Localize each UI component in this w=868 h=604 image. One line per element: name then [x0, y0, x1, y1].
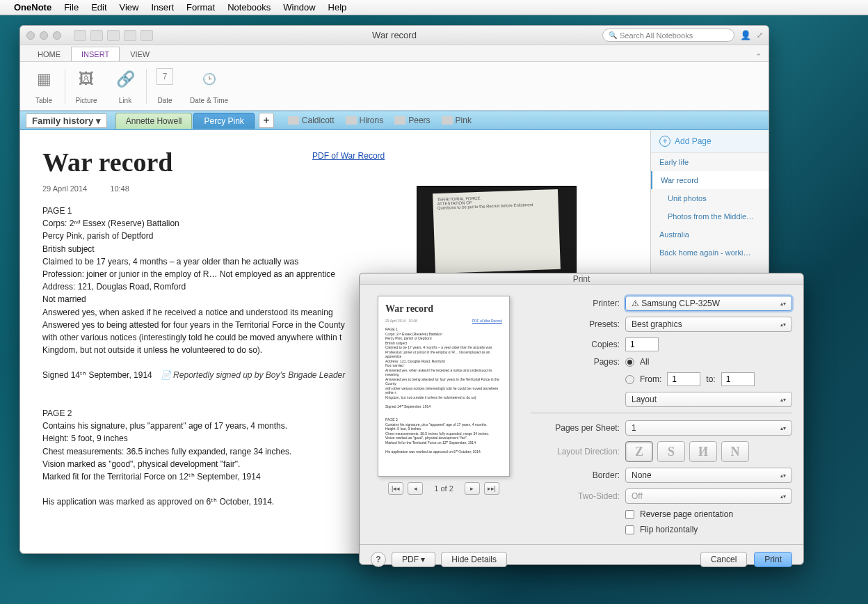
to-input[interactable] — [721, 372, 755, 386]
menu-window[interactable]: Window — [283, 2, 315, 13]
tab-home[interactable]: HOME — [27, 47, 71, 61]
two-sided-select[interactable]: Off▴▾ — [625, 488, 792, 504]
sidebar-page-item[interactable]: Unit photos — [651, 189, 769, 207]
help-button[interactable]: ? — [371, 552, 386, 567]
quick-peers[interactable]: Peers — [394, 116, 430, 125]
quick-caldicott[interactable]: Caldicott — [288, 116, 335, 125]
section-tab-annette[interactable]: Annette Howell — [115, 113, 193, 129]
layout-direction-buttons: Z S И N — [625, 441, 749, 462]
sidebar-page-item[interactable]: Photos from the Middle… — [651, 207, 769, 225]
menu-file[interactable]: File — [64, 2, 79, 13]
printer-select[interactable]: ⚠ Samsung CLP-325W▴▾ — [625, 296, 792, 311]
window-title: War record — [372, 30, 417, 40]
menu-view[interactable]: View — [120, 2, 139, 13]
first-page-button[interactable]: |◂◂ — [388, 482, 403, 495]
from-label: From: — [640, 374, 661, 384]
border-select[interactable]: None▴▾ — [625, 468, 792, 483]
print-menu-select[interactable]: Layout▴▾ — [625, 392, 792, 407]
cancel-button[interactable]: Cancel — [700, 552, 747, 567]
flip-checkbox[interactable] — [625, 525, 634, 534]
datetime-icon: 🕒 — [198, 68, 220, 90]
page-date: 29 April 2014 — [42, 184, 87, 193]
sidebar-page-item[interactable]: Australia — [651, 225, 769, 244]
collapse-ribbon-icon[interactable]: ⌃ — [755, 52, 762, 61]
sidebar-page-item[interactable]: Early life — [651, 153, 769, 171]
quick-access-toolbar[interactable] — [74, 30, 153, 41]
reverse-checkbox[interactable] — [625, 510, 634, 519]
pps-label: Pages per Sheet: — [531, 423, 620, 433]
share-icon[interactable]: 👤 — [740, 30, 751, 40]
layout-dir-1[interactable]: Z — [625, 441, 653, 462]
picture-icon: 🖼 — [75, 68, 97, 90]
traffic-lights[interactable] — [26, 31, 61, 40]
print-footer: ? PDF ▾ Hide Details Cancel Print — [360, 544, 803, 574]
flip-label: Flip horizontally — [640, 525, 698, 534]
section-tab-percy[interactable]: Percy Pink — [193, 113, 254, 129]
preview-page: War record 29 April 2014 10:48 PDF of Wa… — [378, 296, 510, 477]
printer-label: Printer: — [531, 299, 620, 308]
tab-insert[interactable]: INSERT — [71, 47, 120, 61]
add-page-button[interactable]: + Add Page — [651, 130, 769, 153]
add-section-button[interactable]: + — [259, 113, 274, 128]
tag-icon — [346, 116, 357, 125]
menu-insert[interactable]: Insert — [151, 2, 174, 13]
tag-icon — [394, 116, 405, 125]
page-indicator: 1 of 2 — [434, 484, 453, 493]
presets-select[interactable]: Best graphics▴▾ — [625, 317, 792, 332]
notebook-bar: Family history ▾ Annette Howell Percy Pi… — [20, 111, 769, 130]
print-button[interactable]: Print — [754, 552, 792, 567]
page-time: 10:48 — [110, 184, 129, 193]
tab-view[interactable]: VIEW — [120, 47, 160, 61]
table-icon: ▦ — [33, 68, 55, 90]
date-icon: 7 — [156, 68, 173, 85]
reverse-label: Reverse page orientation — [640, 509, 733, 519]
attached-image[interactable]: TERRITORIAL FORCE.ATTESTATION OFQuestion… — [417, 186, 577, 276]
window-titlebar: War record Search All Notebooks 👤 ⤢ — [20, 26, 769, 45]
quick-pink[interactable]: Pink — [442, 116, 472, 125]
fullscreen-icon[interactable]: ⤢ — [757, 31, 763, 40]
search-input[interactable]: Search All Notebooks — [602, 29, 734, 42]
prev-page-button[interactable]: ◂ — [408, 482, 423, 495]
menu-edit[interactable]: Edit — [91, 2, 106, 13]
pps-select[interactable]: 1▴▾ — [625, 420, 792, 436]
notebook-selector[interactable]: Family history ▾ — [26, 113, 107, 128]
print-options: Printer: ⚠ Samsung CLP-325W▴▾ Presets: B… — [531, 296, 792, 540]
pages-range-radio[interactable] — [625, 375, 634, 384]
ribbon-date[interactable]: 7Date — [150, 65, 180, 107]
copies-input[interactable] — [625, 337, 659, 351]
pages-all-radio[interactable] — [625, 358, 634, 367]
hide-details-button[interactable]: Hide Details — [441, 552, 507, 567]
layout-dir-2[interactable]: S — [657, 441, 685, 462]
dir-label: Layout Direction: — [531, 447, 620, 456]
quick-hirons[interactable]: Hirons — [346, 116, 384, 125]
menu-notebooks[interactable]: Notebooks — [227, 2, 271, 13]
ribbon-datetime[interactable]: 🕒Date & Time — [183, 65, 235, 107]
next-page-button[interactable]: ▸ — [465, 482, 480, 495]
from-input[interactable] — [667, 372, 700, 386]
pages-label: Pages: — [531, 357, 620, 367]
menu-format[interactable]: Format — [186, 2, 215, 13]
callout-note: 📄 Reportedly signed up by Boy's Brigade … — [161, 369, 345, 381]
ribbon-picture[interactable]: 🖼Picture — [68, 65, 104, 107]
app-name[interactable]: OneNote — [14, 2, 51, 13]
last-page-button[interactable]: ▸▸| — [484, 482, 499, 495]
ribbon-tabs: HOME INSERT VIEW ⌃ — [20, 45, 769, 62]
two-sided-label: Two-Sided: — [531, 491, 620, 501]
border-label: Border: — [531, 470, 620, 480]
ribbon-link[interactable]: 🔗Link — [107, 65, 143, 107]
copies-label: Copies: — [531, 340, 620, 349]
menu-help[interactable]: Help — [328, 2, 347, 13]
pdf-link[interactable]: PDF of War Record — [312, 151, 385, 161]
sidebar-page-item[interactable]: Back home again - worki… — [651, 244, 769, 262]
layout-dir-4[interactable]: N — [721, 441, 749, 462]
layout-dir-3[interactable]: И — [689, 441, 717, 462]
pdf-button[interactable]: PDF ▾ — [392, 552, 435, 567]
plus-icon: + — [659, 136, 670, 147]
tag-icon — [288, 116, 299, 125]
tag-icon — [442, 116, 453, 125]
ribbon-content: ▦Table 🖼Picture 🔗Link 7Date 🕒Date & Time — [20, 62, 769, 111]
print-dialog: Print War record 29 April 2014 10:48 PDF… — [359, 273, 804, 565]
sidebar-page-item[interactable]: War record — [651, 171, 769, 189]
preview-nav: |◂◂ ◂ 1 of 2 ▸ ▸▸| — [388, 482, 499, 495]
ribbon-table[interactable]: ▦Table — [26, 65, 62, 107]
